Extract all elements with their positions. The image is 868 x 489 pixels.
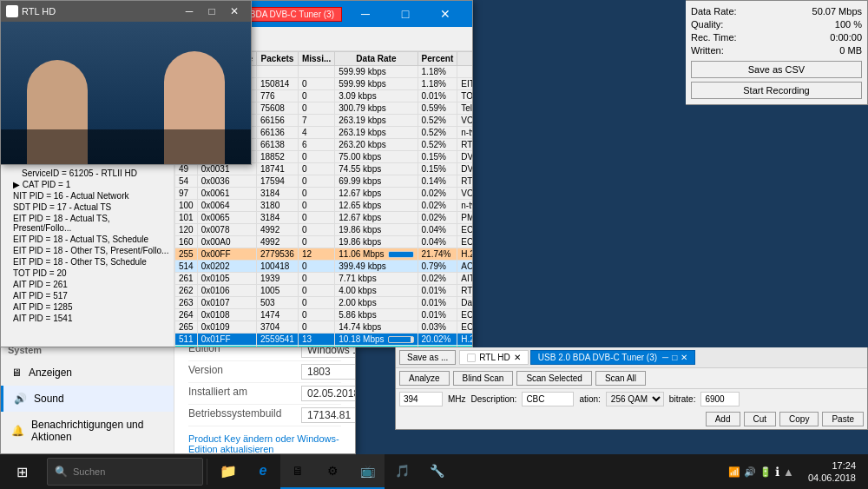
save-csv-button[interactable]: Save as CSV [691, 61, 862, 78]
save-as-button[interactable]: Save as ... [399, 350, 456, 365]
table-cell [256, 66, 298, 78]
ts-tree-cat[interactable]: ▶ CAT PID = 1 [1, 179, 174, 190]
table-row[interactable]: 1200x00784992019.86 kbps0.04%ECM/EMM [175, 224, 473, 236]
ts-tree-tot[interactable]: TOT PID = 20 [1, 268, 174, 279]
rtl-tab[interactable]: RTL HD ✕ [459, 350, 529, 365]
ts-tree-ait3[interactable]: AIT PID = 1285 [1, 301, 174, 313]
desc-input[interactable] [522, 392, 574, 406]
table-row[interactable]: 2640x0108147405.86 kbps0.01%ECM/EMM [175, 309, 473, 321]
settings-nav-sound[interactable]: 🔊 Sound [1, 386, 174, 412]
table-cell: 3704 [256, 321, 298, 334]
table-row[interactable]: 2630x010750302.00 kbps0.01%Data [175, 297, 473, 309]
taskbar-edge[interactable]: e [246, 454, 280, 489]
ts-tree-eit2[interactable]: EIT PID = 18 - Actual TS, Schedule [1, 234, 174, 245]
ts-tree-service61205[interactable]: ServiceID = 61205 - RTLII HD [1, 168, 174, 179]
link-product-key[interactable]: Product Key ändern oder Windows-Edition … [188, 433, 339, 453]
table-cell [457, 66, 472, 78]
mod-select[interactable]: 256 QAM 64 QAM 16 QAM [606, 392, 664, 406]
settings-nav-benachrichtigungen[interactable]: 🔔 Benachrichtigungen und Aktionen [1, 412, 174, 450]
table-cell: ECM/EMM [457, 321, 472, 334]
table-row[interactable]: 5140x02021004180399.49 kbps0.79%AC3 Audi… [175, 261, 473, 273]
taskbar-geraete[interactable]: 🖥 [280, 454, 315, 489]
stats-row-written: Written: 0 MB [691, 45, 862, 56]
ts-ait3-label: AIT PID = 1285 [13, 302, 72, 312]
cut-button[interactable]: Cut [744, 412, 777, 426]
rtl-tab-close[interactable]: ✕ [514, 353, 521, 362]
taskbar-explorer[interactable]: 📁 [211, 454, 246, 489]
table-row[interactable]: 970x00613184012.67 kbps0.02%VOX HD [175, 188, 473, 200]
table-row[interactable]: 2650x01093704014.74 kbps0.03%ECM/EMM [175, 321, 473, 334]
table-cell: 0x0106 [197, 285, 256, 297]
table-cell: 515 [175, 346, 198, 347]
chevron-up-icon[interactable]: ▲ [783, 466, 794, 479]
tray-network[interactable]: 📶 [728, 466, 740, 478]
table-cell: 0x0108 [197, 309, 256, 321]
settings-nav-anzeigen[interactable]: 🖥 Anzeigen [1, 360, 174, 386]
table-cell: TOT [457, 90, 472, 102]
table-row[interactable]: 2550x00FF27795361211.06 Mbps21.74%H.264 … [175, 248, 473, 261]
show-desktop-btn[interactable] [863, 454, 868, 489]
rtl-minimize[interactable]: ─ [178, 0, 201, 24]
tray-volume[interactable]: 🔊 [744, 466, 756, 478]
table-cell: 0 [298, 297, 334, 309]
ts-tree-eit1[interactable]: EIT PID = 18 - Actual TS, Present/Follo.… [1, 213, 174, 234]
ts-tree-nit2[interactable]: NIT PID = 16 - Actual Network [1, 190, 174, 202]
table-row[interactable]: 1000x00643180012.65 kbps0.02%n-tv HD [175, 200, 473, 212]
table-row[interactable]: 540x003617594069.99 kbps0.14%RTLII HD [175, 175, 473, 188]
analyze-button[interactable]: Analyze [399, 371, 450, 386]
table-cell: 3.09 kbps [335, 90, 418, 102]
taskbar-app7[interactable]: 🔧 [419, 454, 454, 489]
taskbar-settings[interactable]: ⚙ [315, 454, 350, 489]
settings-nav-assistant[interactable]: 🌙 Benachrichtigungsassistent [1, 450, 174, 453]
ts-tree-eit4[interactable]: EIT PID = 18 - Other TS, Schedule [1, 256, 174, 268]
start-button[interactable]: ⊞ [0, 454, 43, 489]
geraete-taskbar-icon: 🖥 [292, 464, 304, 478]
taskbar-app6[interactable]: 🎵 [385, 454, 419, 489]
settings-taskbar-icon: ⚙ [327, 464, 339, 478]
freq-input[interactable] [399, 392, 443, 406]
tray-info[interactable]: ℹ [775, 465, 779, 479]
taskbar-search[interactable]: 🔍 Suchen [47, 458, 203, 486]
taskbar-ts[interactable]: 📺 [350, 454, 385, 489]
table-row[interactable]: 1600x00A04992019.86 kbps0.04%ECM/EMM [175, 236, 473, 248]
copy-button[interactable]: Copy [779, 412, 819, 426]
table-row[interactable]: 5110x01FF25595411310.18 Mbps20.02%H.264 … [175, 334, 473, 346]
ts-maximize[interactable]: □ [385, 1, 425, 27]
table-cell: 264 [175, 309, 198, 321]
table-row[interactable]: 5150x020310041710399.49 kbps0.79%AC3 Aud… [175, 346, 473, 347]
table-cell: 0x01FF [197, 334, 256, 346]
ts-tree-sdt[interactable]: SDT PID = 17 - Actual TS [1, 202, 174, 213]
paste-button[interactable]: Paste [822, 412, 864, 426]
rtl-close[interactable]: ✕ [223, 0, 246, 24]
dvb-close[interactable]: ✕ [681, 353, 687, 362]
ts-tree-ait4[interactable]: AIT PID = 1541 [1, 313, 174, 324]
dvb-minimize[interactable]: ─ [662, 353, 668, 362]
table-row[interactable]: 2610x0105193907.71 kbps0.02%AIT [175, 273, 473, 285]
stats-label-datarate: Data Rate: [691, 6, 737, 17]
bitrate-input[interactable] [700, 392, 740, 406]
ts-tree-ait2[interactable]: AIT PID = 517 [1, 290, 174, 301]
dvb-tab[interactable]: USB 2.0 BDA DVB-C Tuner (3) ─ □ ✕ [530, 350, 695, 365]
dvb-maximize[interactable]: □ [672, 353, 677, 362]
rtl-maximize[interactable]: □ [201, 0, 223, 24]
ts-close[interactable]: ✕ [425, 1, 465, 27]
table-cell: Data [457, 297, 472, 309]
add-button[interactable]: Add [706, 412, 740, 426]
ts-minimize[interactable]: ─ [345, 1, 385, 27]
table-cell: 1.18% [418, 66, 457, 78]
scan-all-button[interactable]: Scan All [595, 371, 646, 386]
ts-taskbar-icon: 📺 [360, 464, 375, 478]
ts-tree-ait1[interactable]: AIT PID = 261 [1, 279, 174, 290]
scan-selected-button[interactable]: Scan Selected [516, 371, 592, 386]
start-recording-button[interactable]: Start Recording [691, 82, 862, 99]
table-cell: 18741 [256, 163, 298, 175]
bell-icon: 🔔 [11, 425, 24, 437]
stats-label-quality: Quality: [691, 19, 723, 30]
taskbar-clock[interactable]: 17:24 04.06.2018 [801, 459, 863, 484]
table-row[interactable]: 1010x00653184012.67 kbps0.02%PMT [175, 212, 473, 224]
ts-tree-eit3[interactable]: EIT PID = 18 - Other TS, Present/Follo..… [1, 245, 174, 256]
table-row[interactable]: 2620x0106100504.00 kbps0.01%RTL HD [175, 285, 473, 297]
table-cell: 0 [298, 90, 334, 102]
blind-scan-button[interactable]: Blind Scan [453, 371, 514, 386]
tray-battery[interactable]: 🔋 [760, 466, 772, 478]
